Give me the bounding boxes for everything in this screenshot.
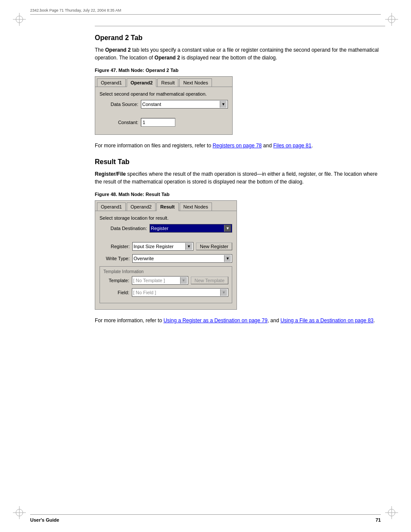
section2-text1: specifies where the result of the math o… [95,171,377,185]
tab2-operand1[interactable]: Operand1 [97,202,126,211]
field-arrow[interactable]: ▼ [220,289,227,296]
section2-body: Register/File specifies where the result… [95,170,385,186]
dialog1-datasource-row: Data Source: Constant ▼ [100,100,228,109]
datasource-value: Constant [142,102,220,107]
link-file-dest[interactable]: Using a File as a Destination on page 83 [280,317,374,324]
section-operand2: Operand 2 Tab The Operand 2 tab lets you… [95,34,385,149]
link-register-dest[interactable]: Using a Register as a Destination on pag… [163,317,267,324]
footnote2-post: . [374,317,375,324]
dialog2-template-row: Template: [ No Template ] ▼ New Template [103,276,228,285]
footer-right: 71 [376,517,381,523]
dialog1-constant-row: Constant: 1 [100,118,228,127]
dialog2-field-row: Field: [ No Field ] ▼ [103,288,228,297]
section1-bold2: Operand 2 [155,55,180,61]
datasource-arrow[interactable]: ▼ [220,101,227,108]
section2-bold1: Register/File [95,171,126,177]
tab2-next-nodes[interactable]: Next Nodes [180,202,212,211]
writetype-value: Overwrite [134,256,224,261]
section1-body: The Operand 2 tab lets you specify a con… [95,46,385,62]
corner-mark-bl [13,506,26,519]
dialog2-writetype-row: Write Type: Overwrite ▼ [100,254,232,263]
section-heading-operand2: Operand 2 Tab [95,34,385,42]
section1-bold1: Operand 2 [105,47,131,53]
section2-footnote: For more information, refer to Using a R… [95,317,385,324]
link-registers[interactable]: Registers on page 78 [212,143,262,149]
field-value: [ No Field ] [133,290,220,295]
new-register-button[interactable]: New Register [196,243,232,250]
dest-select[interactable]: Register ▼ [149,224,232,233]
tab-result[interactable]: Result [157,78,178,87]
constant-label: Constant: [100,120,138,125]
footnote1-mid: and [262,143,274,149]
section-heading-result: Result Tab [95,158,385,166]
section1-text-pre: The [95,47,105,53]
tab2-result[interactable]: Result [156,202,179,211]
template-info-section: Template Information Template: [ No Temp… [100,266,232,303]
dialog1-body: Select second operand for mathematical o… [95,87,232,134]
footer-left: User's Guide [30,517,59,523]
section-result: Result Tab Register/File specifies where… [95,158,385,324]
template-select[interactable]: [ No Template ] ▼ [132,276,188,285]
tab-operand2[interactable]: Operand2 [127,78,156,87]
section1-footnote: For more information on files and regist… [95,142,385,149]
writetype-select[interactable]: Overwrite ▼ [132,254,232,263]
main-content: Operand 2 Tab The Operand 2 tab lets you… [95,26,385,502]
dest-label: Data Destination: [100,226,147,231]
writetype-label: Write Type: [100,256,130,261]
section1-text3: is displayed near the bottom of the dial… [180,55,277,61]
constant-value: 1 [143,120,145,125]
writetype-arrow[interactable]: ▼ [224,255,231,262]
datasource-label: Data Source: [100,102,138,107]
figure48-label: Figure 48. Math Node: Result Tab [95,192,385,197]
register-select[interactable]: Input Size Register ▼ [132,242,193,251]
footnote2-mid: , and [268,317,280,324]
corner-mark-br [385,506,398,519]
dialog-operand2: Operand1 Operand2 Result Next Nodes Sele… [95,76,233,135]
new-template-button[interactable]: New Template [191,277,229,284]
dialog2-register-row: Register: Input Size Register ▼ New Regi… [100,242,232,251]
tab-operand1[interactable]: Operand1 [97,78,126,87]
tab-next-nodes[interactable]: Next Nodes [179,78,212,87]
datasource-select[interactable]: Constant ▼ [141,100,228,109]
corner-mark-tl [13,13,26,26]
dialog1-tabs: Operand1 Operand2 Result Next Nodes [95,77,232,87]
dest-arrow[interactable]: ▼ [224,225,231,232]
register-value: Input Size Register [134,244,185,249]
top-rule [95,26,385,26]
dialog2-body: Select storage location for result. Data… [95,211,237,309]
template-arrow[interactable]: ▼ [180,277,187,284]
template-label: Template: [103,278,129,283]
header-text: 2342.book Page 71 Thursday, July 22, 200… [30,8,121,12]
field-label: Field: [103,290,129,295]
page-header: 2342.book Page 71 Thursday, July 22, 200… [30,8,381,15]
tab2-operand2[interactable]: Operand2 [127,202,156,211]
dialog2-instruction: Select storage location for result. [100,215,232,221]
dialog1-instruction: Select second operand for mathematical o… [100,91,228,96]
dest-value: Register [151,226,224,231]
dialog2-tabs: Operand1 Operand2 Result Next Nodes [95,201,237,211]
template-section-title: Template Information [103,269,228,274]
page-footer: User's Guide 71 [30,514,381,523]
template-value: [ No Template ] [133,278,180,283]
footnote2-pre: For more information, refer to [95,317,163,324]
corner-mark-tr [385,13,398,26]
dialog2-dest-row: Data Destination: Register ▼ [100,224,232,233]
dialog-result: Operand1 Operand2 Result Next Nodes Sele… [95,200,237,310]
field-select[interactable]: [ No Field ] ▼ [132,288,228,297]
link-files[interactable]: Files on page 81 [273,143,311,149]
footnote1-pre: For more information on files and regist… [95,143,212,149]
register-arrow[interactable]: ▼ [185,243,192,250]
footnote1-post: . [311,143,313,149]
register-label: Register: [100,244,130,249]
constant-input[interactable]: 1 [141,118,175,127]
figure47-label: Figure 47. Math Node: Operand 2 Tab [95,68,385,73]
